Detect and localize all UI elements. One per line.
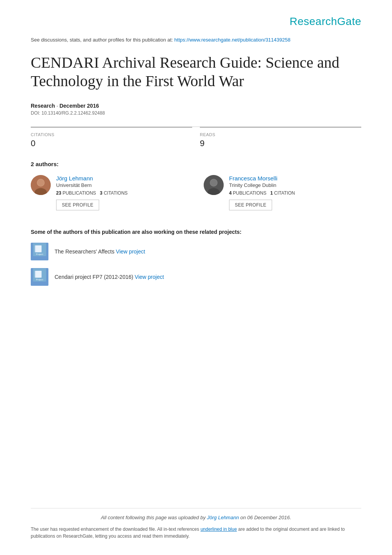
pub-url-prefix: See discussions, stats, and author profi… — [31, 37, 173, 43]
svg-text:Project: Project — [36, 253, 43, 255]
reads-label: READS — [200, 132, 361, 137]
see-profile-button-francesca[interactable]: SEE PROFILE — [229, 200, 272, 210]
avatar-jorg — [31, 175, 51, 195]
svg-point-7 — [210, 179, 217, 186]
project-text-0: The Researchers' Affects View project — [55, 248, 145, 255]
author-name-francesca[interactable]: Francesca Morselli — [229, 175, 295, 182]
publication-title: CENDARI Archival Research Guide: Science… — [31, 53, 361, 90]
author-name-jorg[interactable]: Jörg Lehmann — [56, 175, 128, 182]
author-stats-jorg: 23 PUBLICATIONS 3 CITATIONS — [56, 190, 128, 196]
avatar-jorg-svg — [31, 175, 51, 195]
author-stats-francesca: 4 PUBLICATIONS 1 CITATION — [229, 190, 295, 196]
footer-upload-name[interactable]: Jörg Lehmann — [207, 515, 239, 520]
reads-value: 9 — [200, 138, 361, 148]
citations-value: 0 — [31, 138, 192, 148]
see-profile-button-jorg[interactable]: SEE PROFILE — [56, 200, 99, 210]
publication-type: Research · December 2016 — [31, 103, 361, 109]
project-badge-0: Project — [31, 243, 48, 260]
author-affil-jorg: Universität Bern — [56, 182, 128, 188]
project-text-1: Cendari project FP7 (2012-2016) View pro… — [55, 274, 164, 280]
reads-stat: READS 9 — [200, 127, 361, 148]
researchgate-logo: ResearchGate — [289, 15, 361, 28]
author-affil-francesca: Trinity College Dublin — [229, 182, 295, 188]
footer-notice-link[interactable]: underlined in blue — [201, 527, 237, 532]
author-card-francesca: Francesca Morselli Trinity College Dubli… — [204, 175, 361, 213]
author-card-jorg: Jörg Lehmann Universität Bern 23 PUBLICA… — [31, 175, 188, 213]
pub-url-line: See discussions, stats, and author profi… — [31, 37, 361, 43]
doi-line: DOI: 10.13140/RG.2.2.12462.92488 — [31, 110, 361, 116]
svg-point-3 — [37, 179, 44, 186]
project-item-1: Project Cendari project FP7 (2012-2016) … — [31, 268, 361, 286]
citations-label: CITATIONS — [31, 132, 192, 137]
project-item-0: Project The Researchers' Affects View pr… — [31, 243, 361, 260]
authors-heading: 2 authors: — [31, 161, 361, 167]
header: ResearchGate — [31, 15, 361, 28]
pub-url-link[interactable]: https://www.researchgate.net/publication… — [174, 37, 291, 43]
project-link-0[interactable]: View project — [116, 248, 145, 255]
project-badge-1: Project — [31, 268, 48, 286]
svg-rect-16 — [36, 271, 42, 278]
svg-rect-11 — [36, 245, 42, 252]
authors-grid: Jörg Lehmann Universität Bern 23 PUBLICA… — [31, 175, 361, 213]
project-link-1[interactable]: View project — [135, 274, 164, 280]
avatar-francesca-svg — [204, 175, 224, 195]
avatar-francesca — [204, 175, 224, 195]
related-heading: Some of the authors of this publication … — [31, 229, 361, 235]
citations-stat: CITATIONS 0 — [31, 127, 192, 148]
stats-row: CITATIONS 0 READS 9 — [31, 127, 361, 148]
footer-upload: All content following this page was uplo… — [31, 508, 361, 520]
footer-notice: The user has requested enhancement of th… — [31, 526, 361, 540]
svg-text:Project: Project — [36, 278, 43, 281]
footer: All content following this page was uplo… — [31, 508, 361, 540]
